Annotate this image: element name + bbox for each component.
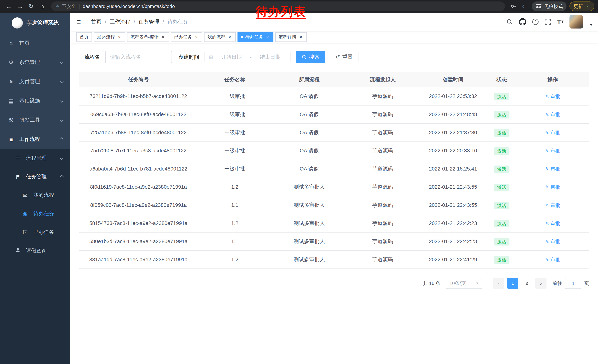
security-warning-icon: ⚠ — [56, 4, 60, 9]
browser-update-button[interactable]: 更新 ⋮ — [569, 1, 594, 11]
sidebar-item-my-processes[interactable]: ✉ 我的流程 — [0, 186, 70, 204]
approve-link[interactable]: ✎ 审批 — [545, 215, 560, 232]
process-name-input[interactable] — [105, 51, 172, 63]
cell-process: OA 请假 — [272, 124, 346, 141]
sidebar-item-dev-tools[interactable]: ⚒ 研发工具 — [0, 110, 70, 129]
sidebar-item-task-management[interactable]: ⚑ 任务管理 — [0, 167, 70, 186]
sidebar-item-todo-tasks[interactable]: ◉ 待办任务 — [0, 204, 70, 223]
approve-link-label: 审批 — [550, 142, 560, 160]
pagination-page-2[interactable]: 2 — [521, 278, 532, 289]
approve-link[interactable]: ✎ 审批 — [545, 124, 560, 141]
fullscreen-icon[interactable] — [544, 18, 551, 25]
address-bar[interactable]: ⚠ 不安全 dashboard.yudao.iocoder.cn/bpm/tas… — [51, 1, 505, 11]
cell-process: 测试多审批人 — [272, 233, 346, 250]
tab-label: 已办任务 — [174, 34, 192, 40]
tags-view-bar: 首页 发起流程 × 流程表单-编辑 × 已办任务 × 我的流程 × 待办任务 × — [70, 31, 598, 43]
browser-menu-dots-icon[interactable]: ⋮ — [585, 4, 590, 9]
tab-start-process[interactable]: 发起流程 × — [94, 32, 125, 42]
tab-process-detail[interactable]: 流程详情 × — [275, 32, 307, 42]
breadcrumb-current: 待办任务 — [167, 18, 188, 25]
user-avatar[interactable] — [569, 15, 583, 29]
workflow-submenu: ≣ 流程管理 ⚑ 任务管理 ✉ 我的流程 ◉ 待办任务 ☑ 已办任务 — [0, 149, 70, 364]
approve-link[interactable]: ✎ 审批 — [545, 88, 560, 105]
avatar-caret-icon[interactable]: ▾ — [590, 23, 592, 29]
approve-link[interactable]: ✎ 审批 — [545, 233, 560, 250]
done-icon: ☑ — [22, 229, 29, 235]
sidebar-item-leave-query[interactable]: 请假查询 — [0, 242, 70, 260]
password-key-icon[interactable] — [509, 1, 518, 11]
tab-my-processes[interactable]: 我的流程 × — [204, 32, 236, 42]
approve-link[interactable]: ✎ 审批 — [545, 251, 560, 268]
sidebar-item-process-management[interactable]: ≣ 流程管理 — [0, 149, 70, 167]
browser-back-button[interactable]: ← — [4, 1, 14, 11]
page-size-select[interactable]: 10条/页 ▾ — [446, 278, 482, 289]
approve-link-label: 审批 — [550, 106, 560, 123]
reset-button-label: 重置 — [342, 54, 353, 61]
close-icon[interactable]: × — [298, 34, 303, 40]
tab-label: 流程详情 — [279, 34, 296, 40]
pagination-page-1[interactable]: 1 — [507, 278, 518, 289]
browser-forward-button[interactable]: → — [15, 1, 25, 11]
sidebar-item-payment-management[interactable]: ¥ 支付管理 — [0, 72, 70, 91]
tab-home[interactable]: 首页 — [76, 32, 92, 42]
date-range-picker[interactable]: ⊞ 开始日期 - 结束日期 — [205, 51, 291, 63]
approve-link[interactable]: ✎ 审批 — [545, 160, 560, 178]
tab-form-edit[interactable]: 流程表单-编辑 × — [127, 32, 169, 42]
bookmark-star-icon[interactable]: ☆ — [519, 1, 529, 11]
cell-task-name: 一级审批 — [198, 105, 272, 123]
status-badge: 激活 — [494, 220, 509, 227]
cell-task-id: 58154733-7ac8-11ec-a9e2-a2380e71991a — [79, 214, 198, 232]
search-button[interactable]: 搜索 — [296, 51, 325, 63]
font-size-icon[interactable]: T T — [557, 18, 564, 25]
cell-process: 测试多审批人 — [272, 178, 346, 196]
table-header-cell: 任务名称 — [198, 72, 272, 87]
chat-icon: ✉ — [22, 192, 29, 198]
table-header-row: 任务编号 任务名称 所属流程 流程发起人 创建时间 状态 操作 — [79, 72, 589, 87]
url-text[interactable]: dashboard.yudao.iocoder.cn/bpm/task/todo — [83, 4, 175, 9]
close-icon[interactable]: × — [265, 34, 270, 40]
tab-done-tasks[interactable]: 已办任务 × — [171, 32, 202, 42]
logo-avatar — [12, 17, 23, 29]
github-icon[interactable] — [519, 18, 526, 25]
pagination-next-button[interactable]: › — [535, 278, 547, 289]
breadcrumb-home[interactable]: 首页 — [91, 18, 101, 25]
process-name-label: 流程名 — [84, 54, 100, 61]
chevron-down-icon — [60, 156, 64, 160]
approve-link[interactable]: ✎ 审批 — [545, 142, 560, 160]
sidebar-collapse-icon[interactable]: ≡ — [76, 17, 88, 26]
sidebar-item-workflow[interactable]: ▣ 工作流程 — [0, 129, 70, 149]
page-content: 流程名 创建时间 ⊞ 开始日期 - 结束日期 搜索 ↺ — [70, 43, 598, 364]
table-row: 725a1eb6-7b88-11ec-8ef0-acde48001122 一级审… — [79, 124, 589, 142]
end-date-placeholder: 结束日期 — [254, 54, 286, 61]
pagination-prev-button[interactable]: ‹ — [493, 278, 504, 289]
sidebar-item-system-management[interactable]: ⚙ 系统管理 — [0, 53, 70, 72]
help-icon[interactable]: ? — [532, 19, 539, 25]
reset-button[interactable]: ↺ 重置 — [330, 51, 358, 63]
cell-create-time: 2022-01-22 23:53:32 — [419, 87, 487, 105]
cell-task-id: 381aa1dd-7ac8-11ec-a9e2-a2380e71991a — [79, 251, 198, 268]
approve-link[interactable]: ✎ 审批 — [545, 106, 560, 123]
close-icon[interactable]: × — [194, 34, 199, 40]
approve-link[interactable]: ✎ 审批 — [545, 178, 560, 196]
incognito-badge: 无痕模式 — [532, 1, 566, 11]
search-icon[interactable] — [506, 18, 513, 25]
sidebar-item-home[interactable]: ⌂ 首页 — [0, 33, 70, 53]
cell-task-id: a6aba0a4-7b6d-11ec-b781-acde48001122 — [79, 160, 198, 178]
sidebar-item-infrastructure[interactable]: ▤ 基础设施 — [0, 91, 70, 110]
breadcrumb-task-management: 任务管理 — [139, 18, 159, 25]
security-label[interactable]: 不安全 — [62, 3, 76, 9]
search-button-label: 搜索 — [309, 54, 319, 61]
sidebar-item-done-tasks[interactable]: ☑ 已办任务 — [0, 223, 70, 242]
browser-home-button[interactable]: ⌂ — [37, 1, 47, 11]
tab-todo-tasks[interactable]: 待办任务 × — [238, 32, 274, 42]
browser-reload-button[interactable]: ↻ — [26, 1, 36, 11]
cell-create-time: 2022-01-21 22:41:29 — [419, 251, 487, 268]
close-icon[interactable]: × — [160, 34, 166, 40]
divider — [79, 4, 79, 9]
close-icon[interactable]: × — [117, 34, 122, 40]
update-label: 更新 — [573, 3, 583, 9]
close-icon[interactable]: × — [227, 34, 232, 40]
goto-page-input[interactable] — [565, 278, 581, 289]
approve-link[interactable]: ✎ 审批 — [545, 196, 560, 214]
approve-link-label: 审批 — [550, 233, 560, 250]
